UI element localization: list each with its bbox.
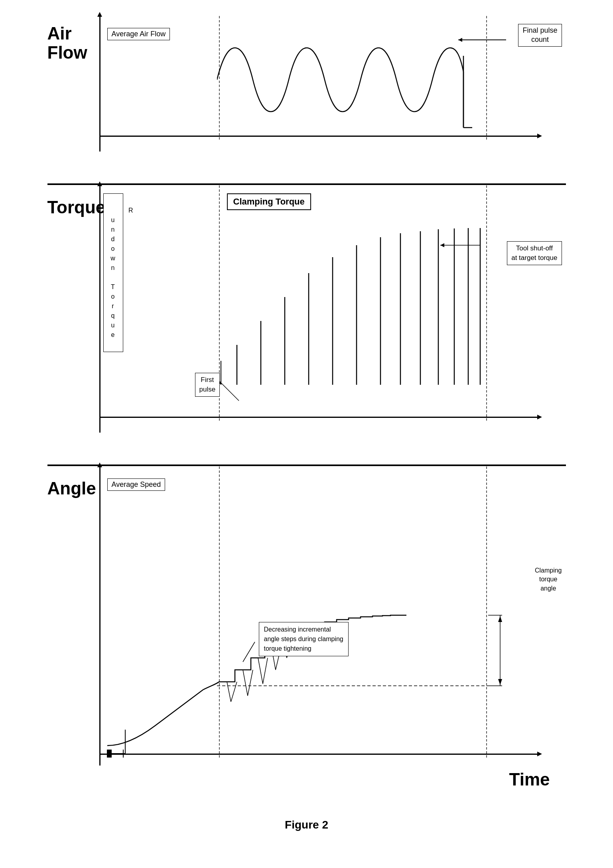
tool-shutoff-box: Tool shut-off at target torque [507,241,562,265]
torque-panel: Torque RundownTorque Clamping Torque [47,185,566,465]
angle-chart-svg [99,466,522,758]
svg-marker-3 [458,38,462,42]
air-flow-panel: Air Flow Average Air Flow [47,16,566,183]
avg-air-flow-box: Average Air Flow [107,28,170,40]
final-pulse-count-box: Final pulse count [518,24,562,47]
y-axis-air [99,16,101,152]
svg-marker-29 [498,616,502,622]
page: Air Flow Average Air Flow [0,0,613,868]
svg-marker-21 [440,243,444,247]
diagram-container: Air Flow Average Air Flow [47,16,566,833]
torque-pulses-svg [217,193,492,421]
x-axis-air [99,136,538,137]
rundown-torque-box: RundownTorque [103,193,123,352]
svg-marker-30 [498,679,502,685]
y-axis-torque [99,185,101,433]
clamping-torque-angle-label: Clamping torque angle [535,566,562,593]
torque-label: Torque [47,197,106,217]
time-label: Time [509,770,550,789]
divider-line-1 [47,183,566,185]
divider-line-2 [47,465,566,466]
first-pulse-box: First pulse [195,373,220,397]
sine-wave-svg [217,24,488,136]
angle-chart: Average Speed [99,466,566,785]
svg-line-31 [243,642,255,662]
angle-panel: Angle Average Speed [47,466,566,805]
torque-chart: RundownTorque Clamping Torque [99,185,566,449]
figure-label: Figure 2 [285,819,328,831]
tool-shutoff-arrow-svg [432,233,504,257]
decreasing-angle-box: Decreasing incremental angle steps durin… [259,622,349,656]
angle-label: Angle [47,478,96,498]
air-flow-chart: Average Air Flow [99,16,566,167]
air-flow-label: Air Flow [47,24,87,63]
